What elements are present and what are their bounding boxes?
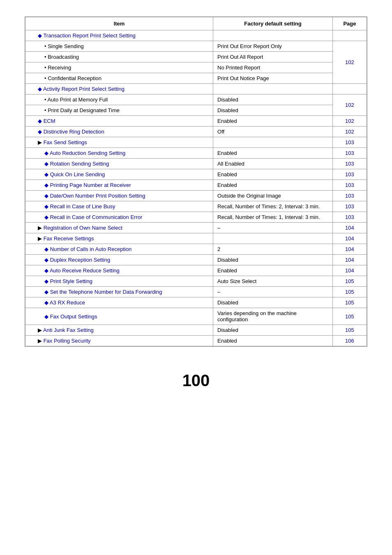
page-cell: 106: [332, 336, 367, 346]
factory-cell: No Printed Report: [213, 62, 333, 73]
item-link-receiving[interactable]: Receiving: [48, 64, 71, 71]
item-link-single-sending[interactable]: Single Sending: [48, 43, 83, 49]
item-link-fax-output-settings[interactable]: Fax Output Settings: [50, 313, 97, 320]
item-link-set-telephone-number[interactable]: Set the Telephone Number for Data Forwar…: [50, 289, 162, 295]
factory-cell: Print Out Notice Page: [213, 73, 333, 84]
item-link-print-daily[interactable]: Print Daily at Designated Time: [48, 107, 120, 113]
item-link-auto-print-memory-full[interactable]: Auto Print at Memory Full: [47, 97, 108, 103]
item-cell: Print Daily at Designated Time: [25, 105, 213, 116]
item-link-duplex-reception[interactable]: Duplex Reception Setting: [50, 257, 111, 263]
factory-cell: Recall, Number of Times: 2, Interval: 3 …: [213, 201, 333, 212]
factory-cell: –: [213, 223, 333, 233]
factory-cell: Disabled: [213, 105, 333, 116]
item-link-anti-junk-fax[interactable]: Anti Junk Fax Setting: [43, 327, 94, 333]
page-cell: 105: [332, 297, 367, 308]
item-cell: Transaction Report Print Select Setting: [25, 30, 213, 41]
page-cell: 103: [332, 180, 367, 191]
item-cell: Anti Junk Fax Setting: [25, 325, 213, 336]
factory-cell: Disabled: [213, 325, 333, 336]
item-link-printing-page-number[interactable]: Printing Page Number at Receiver: [50, 182, 131, 188]
item-cell: Auto Print at Memory Full: [25, 94, 213, 105]
page-cell: 104: [332, 223, 367, 233]
item-link-registration-own-name[interactable]: Registration of Own Name Select: [44, 225, 122, 231]
item-link-broadcasting[interactable]: Broadcasting: [48, 54, 79, 60]
item-cell: Recall in Case of Line Busy: [25, 201, 213, 212]
item-link-transaction-report[interactable]: Transaction Report Print Select Setting: [43, 32, 135, 39]
item-cell: Number of Calls in Auto Reception: [25, 244, 213, 255]
item-cell: Single Sending: [25, 41, 213, 52]
column-header-item: Item: [25, 17, 213, 30]
item-link-confidential-reception[interactable]: Confidential Reception: [48, 75, 101, 81]
item-link-auto-reduction-sending[interactable]: Auto Reduction Sending Setting: [50, 150, 125, 156]
factory-cell: Print Out Error Report Only: [213, 41, 333, 52]
item-link-fax-polling-security[interactable]: Fax Polling Security: [44, 338, 91, 344]
page-cell: 104: [332, 244, 367, 255]
item-cell: Rotation Sending Setting: [25, 159, 213, 169]
item-link-a3-rx-reduce[interactable]: A3 RX Reduce: [50, 299, 85, 306]
item-cell: Activity Report Print Select Setting: [25, 84, 213, 94]
factory-cell: Outside the Original Image: [213, 191, 333, 201]
item-cell: Fax Output Settings: [25, 308, 213, 325]
item-cell: Quick On Line Sending: [25, 169, 213, 180]
item-cell: Receiving: [25, 62, 213, 73]
page-cell: 102: [332, 127, 367, 137]
table-row: BroadcastingPrint Out All Report: [25, 52, 367, 62]
factory-cell: 2: [213, 244, 333, 255]
table-row: Rotation Sending SettingAll Enabled103: [25, 159, 367, 169]
item-cell: Registration of Own Name Select: [25, 223, 213, 233]
item-link-activity-report[interactable]: Activity Report Print Select Setting: [43, 86, 125, 92]
factory-cell: All Enabled: [213, 159, 333, 169]
page-cell: 103: [332, 159, 367, 169]
item-link-fax-receive-settings[interactable]: Fax Receive Settings: [44, 235, 94, 242]
item-cell: Confidential Reception: [25, 73, 213, 84]
item-link-auto-receive-reduce[interactable]: Auto Receive Reduce Setting: [50, 267, 120, 274]
page-cell: 102: [332, 94, 367, 116]
factory-cell: Off: [213, 127, 333, 137]
table-row: Fax Output SettingsVaries depending on t…: [25, 308, 367, 325]
page-cell: 103: [332, 191, 367, 201]
factory-cell: –: [213, 287, 333, 297]
table-row: Fax Receive Settings104: [25, 233, 367, 244]
item-link-recall-comm-error[interactable]: Recall in Case of Communication Error: [50, 214, 143, 220]
page-cell: [332, 84, 367, 94]
item-cell: Set the Telephone Number for Data Forwar…: [25, 287, 213, 297]
factory-cell: Enabled: [213, 148, 333, 159]
table-row: Date/Own Number Print Position SettingOu…: [25, 191, 367, 201]
item-cell: Recall in Case of Communication Error: [25, 212, 213, 223]
item-link-rotation-sending[interactable]: Rotation Sending Setting: [50, 161, 109, 167]
item-link-date-own-number[interactable]: Date/Own Number Print Position Setting: [50, 193, 145, 199]
table-row: Transaction Report Print Select Setting: [25, 30, 367, 41]
table-row: Duplex Reception SettingDisabled104: [25, 255, 367, 265]
item-link-number-calls-auto[interactable]: Number of Calls in Auto Reception: [50, 246, 132, 252]
page-cell: 105: [332, 325, 367, 336]
item-cell: Fax Receive Settings: [25, 233, 213, 244]
table-row: ReceivingNo Printed Report: [25, 62, 367, 73]
item-link-print-style[interactable]: Print Style Setting: [50, 278, 92, 284]
table-row: Print Style SettingAuto Size Select105: [25, 276, 367, 287]
page-cell: 103: [332, 148, 367, 159]
factory-cell: Enabled: [213, 336, 333, 346]
table-row: Confidential ReceptionPrint Out Notice P…: [25, 73, 367, 84]
item-link-quick-on-line[interactable]: Quick On Line Sending: [50, 171, 105, 177]
table-row: Distinctive Ring DetectionOff102: [25, 127, 367, 137]
factory-cell: Print Out All Report: [213, 52, 333, 62]
item-link-fax-send-settings[interactable]: Fax Send Settings: [44, 139, 87, 145]
factory-cell: [213, 30, 333, 41]
item-link-distinctive-ring[interactable]: Distinctive Ring Detection: [44, 129, 104, 135]
page-cell: 103: [332, 137, 367, 148]
factory-cell: Enabled: [213, 180, 333, 191]
factory-cell: Auto Size Select: [213, 276, 333, 287]
table-row: Auto Print at Memory FullDisabled102: [25, 94, 367, 105]
item-cell: Auto Receive Reduce Setting: [25, 265, 213, 276]
table-row: Fax Polling SecurityEnabled106: [25, 336, 367, 346]
table-row: Activity Report Print Select Setting: [25, 84, 367, 94]
table-row: Print Daily at Designated TimeDisabled: [25, 105, 367, 116]
table-row: Recall in Case of Line BusyRecall, Numbe…: [25, 201, 367, 212]
item-cell: Date/Own Number Print Position Setting: [25, 191, 213, 201]
item-cell: Auto Reduction Sending Setting: [25, 148, 213, 159]
item-link-recall-line-busy[interactable]: Recall in Case of Line Busy: [50, 203, 115, 210]
column-header-page: Page: [332, 17, 367, 30]
table-row: A3 RX ReduceDisabled105: [25, 297, 367, 308]
factory-cell: Disabled: [213, 94, 333, 105]
item-link-ecm[interactable]: ECM: [44, 118, 55, 124]
